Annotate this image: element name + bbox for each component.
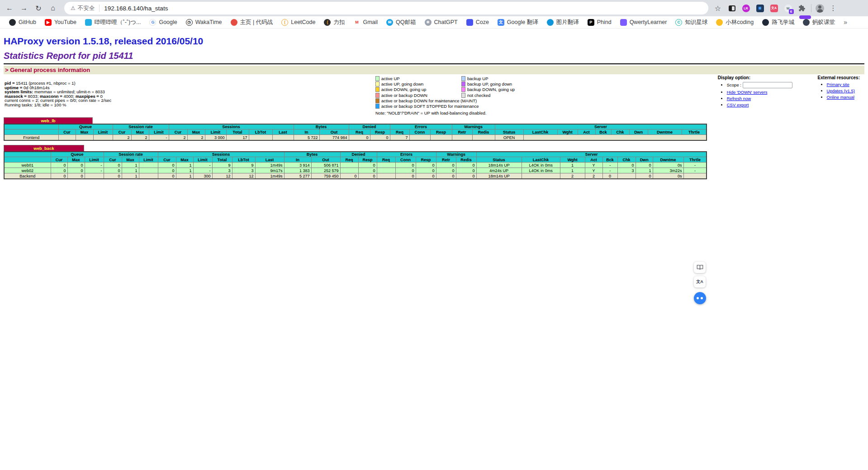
lr-extension-icon: LR [742,5,750,12]
wappalyzer-extension-button[interactable]: W6 [783,3,793,13]
column-header-row: CurMaxLimitCurMaxLimitCurMaxLimitTotalLb… [4,129,707,135]
side-panel-button[interactable] [727,3,737,13]
bookmark-google-translate[interactable]: 文Google 翻译 [498,19,538,26]
bookmark-image-translate[interactable]: 图片翻译 [547,19,579,26]
legend-label: active or backup DOWN for maintenance (M… [381,98,477,103]
stat-cell [472,135,495,140]
process-info-line: Running tasks: 1/8; idle = 100 % [5,103,375,107]
display-option-item: CSV export [727,102,792,107]
legend-swatch [375,98,379,103]
profile-avatar[interactable] [816,4,824,13]
stat-cell: 506 871 [311,163,340,168]
stat-cell: 0 [349,135,370,140]
address-bar[interactable]: ⚠ 不安全 192.168.6.140/ha_stats [64,2,708,14]
column-header: Cur [169,129,187,135]
display-option-link-0[interactable]: Hide 'DOWN' servers [727,90,768,95]
stat-value: L4OK in 0ms [529,163,553,168]
proxy-name-link[interactable]: web_back [33,146,54,151]
bookmark-lufei-xuecheng[interactable]: 路飞学城 [762,19,794,26]
column-header: Retr [452,129,472,135]
column-header: Bck [595,129,611,135]
wappalyzer-extension-icon: W6 [784,5,792,12]
legend-item: backup UP [461,76,547,81]
translate-extension-button[interactable]: 文A [769,3,779,13]
bookmark-github[interactable]: GitHub [9,19,36,26]
haproxy-stats-page: HAProxy version 1.5.18, released 2016/05… [0,36,868,179]
proxy-name-tab: web_back [4,145,84,151]
bookmark-google[interactable]: GGoogle [149,19,177,26]
stat-cell: 0 [158,168,176,173]
column-header: Resp [430,129,452,135]
back-button[interactable]: ← [4,2,15,14]
translate-float-button[interactable]: 文A [694,276,706,288]
stat-cell: 0s [653,163,683,168]
bookmark-daimazhan[interactable]: 主页 | 代码战 [231,19,273,26]
home-button[interactable]: ⌂ [47,2,59,14]
haproxy-version-link[interactable]: HAProxy version 1.5.18, released 2016/05… [4,36,203,46]
bookmark-zhishixingqiu[interactable]: C知识星球 [675,19,707,26]
stat-cell [683,173,707,179]
stat-cell: 0 [104,168,122,173]
external-resource-link-2[interactable]: Online manual [827,95,854,100]
bookmark-leetcode[interactable]: (LeetCode [281,19,315,26]
stat-value: 2 [145,135,147,140]
group-header: Session rate [113,124,169,129]
proxy-name-link[interactable]: web_lb [41,118,55,123]
bookmark-star-icon[interactable]: ☆ [713,3,723,13]
stat-cell: 2 [113,135,131,140]
bookmark-coze[interactable]: Coze [466,19,489,26]
column-header: In [284,157,311,163]
external-resource-link-1[interactable]: Updates (v1.5) [827,88,855,93]
extensions-puzzle-button[interactable] [797,3,807,13]
assistant-float-button[interactable] [694,292,706,304]
forward-button[interactable]: → [18,2,30,14]
stat-cell: 18m14s UP [476,163,522,168]
lr-extension-button[interactable]: LR [741,3,751,13]
stat-cell: 0 [104,173,122,179]
legend-item: active or backup SOFT STOPPED for mainte… [375,104,479,109]
bookmark-xiaolin-coding[interactable]: 小林coding [716,19,754,26]
bookmarks-overflow-button[interactable]: » [844,19,847,26]
stat-cell: 0 [67,173,85,179]
stat-cell: 0 [67,168,85,173]
group-header: Server [495,124,707,129]
bookmark-youtube[interactable]: ▶YouTube [45,19,76,26]
stat-cell [139,163,158,168]
display-option-link-2[interactable]: CSV export [727,102,749,107]
bookmark-mayi-ketang[interactable]: 蚂蚁课堂 [803,19,835,26]
legend-swatch [461,76,465,81]
bookmark-bilibili[interactable]: 哔哩哔哩（˚-˚)つ... [85,19,141,26]
stat-cell: 0 [456,173,476,179]
security-label[interactable]: 不安全 [78,5,95,12]
legend-label: active UP, going down [381,82,423,86]
external-resource-link-0[interactable]: Primary site [827,82,849,87]
scope-input[interactable] [743,82,792,88]
bookmark-wakatime[interactable]: ◷WakaTime [186,19,222,26]
bookmark-phind[interactable]: PPhind [588,19,612,26]
bookmark-qqmail[interactable]: ✉QQ邮箱 [386,19,416,26]
url-text[interactable]: 192.168.6.140/ha_stats [104,5,168,12]
stat-cell: 0 [67,163,85,168]
group-header: Bytes [294,124,349,129]
reading-mode-button[interactable] [694,262,706,273]
bookmark-likou[interactable]: (力扣 [324,19,345,26]
stat-cell: 0 [358,163,377,168]
bookmark-gmail[interactable]: MGmail [353,19,378,26]
bilibili-favicon [85,19,92,26]
legend-swatch [375,76,379,81]
bookmark-qwerty-learner[interactable]: QwertyLearner [620,19,667,26]
stat-cell [139,168,158,173]
browser-menu-button[interactable]: ⋮ [828,3,838,13]
stat-cell: - [193,163,212,168]
column-header: Resp [358,157,377,163]
stats-table: QueueSession rateSessionsBytesDeniedErro… [4,124,707,141]
group-header: Sessions [158,152,284,157]
legend-row: active or backup DOWNnot checked [375,92,574,98]
column-header: Cur [104,157,122,163]
capture-extension-button[interactable]: ▣ [755,3,765,13]
display-option-link-1[interactable]: Refresh now [727,96,751,101]
reload-button[interactable]: ↻ [33,2,44,14]
bookmark-chatgpt[interactable]: ✳ChatGPT [425,19,458,26]
stat-cell: 0 [395,168,416,173]
legend-item: active or backup DOWN for maintenance (M… [375,98,477,103]
